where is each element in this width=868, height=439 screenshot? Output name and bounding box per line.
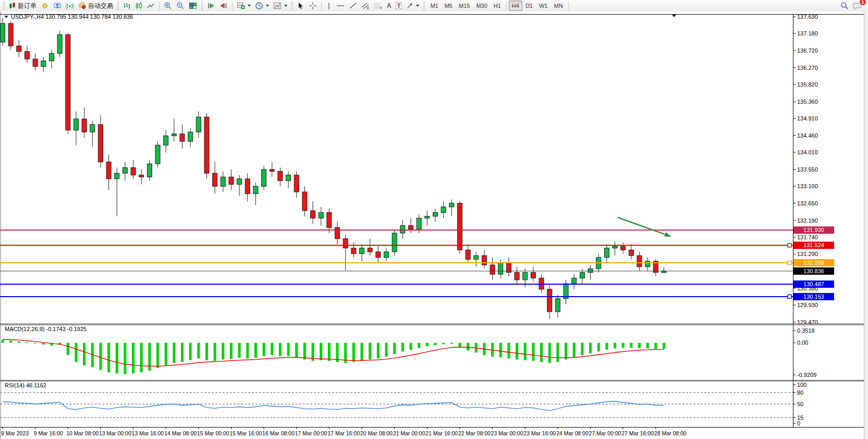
svg-text:130.836: 130.836 bbox=[803, 268, 824, 274]
crosshair-tool-button[interactable] bbox=[307, 0, 319, 11]
svg-text:16 Mar 08:00: 16 Mar 08:00 bbox=[262, 430, 295, 436]
svg-text:0.00: 0.00 bbox=[797, 339, 808, 346]
svg-text:17 Mar 16:00: 17 Mar 16:00 bbox=[327, 430, 360, 436]
signals-button[interactable] bbox=[64, 0, 76, 11]
toolbar-grip[interactable] bbox=[201, 2, 203, 10]
fibonacci-icon: F bbox=[374, 2, 383, 10]
svg-text:131.058: 131.058 bbox=[803, 260, 824, 266]
timeframe-m15[interactable]: M15 bbox=[456, 1, 473, 11]
label-tool-button[interactable]: T bbox=[394, 0, 405, 11]
horizontal-line-tool-button[interactable] bbox=[334, 0, 347, 11]
chart-menu-icon[interactable] bbox=[672, 15, 676, 17]
auto-trading-label: 自动交易 bbox=[88, 2, 113, 10]
zoom-out-button[interactable] bbox=[174, 0, 187, 11]
zoom-in-button[interactable] bbox=[162, 0, 174, 11]
chart-shift-button[interactable] bbox=[217, 0, 230, 11]
market-depth-button[interactable] bbox=[39, 0, 51, 11]
fibonacci-tool-button[interactable]: F bbox=[372, 0, 385, 11]
auto-scroll-button[interactable] bbox=[205, 0, 217, 11]
timeframe-h4[interactable]: H4 bbox=[509, 1, 522, 11]
tile-windows-button[interactable] bbox=[187, 0, 199, 11]
trendline-tool-button[interactable] bbox=[347, 0, 359, 11]
chart-candles-icon bbox=[135, 2, 143, 10]
chart-line-button[interactable] bbox=[145, 0, 157, 11]
equidistant-channel-tool-button[interactable]: E bbox=[359, 0, 372, 11]
search-icon bbox=[840, 2, 849, 10]
new-order-button[interactable]: 新订单 bbox=[7, 0, 39, 11]
periods-clock-icon bbox=[255, 2, 263, 10]
svg-text:137.630: 137.630 bbox=[797, 14, 818, 20]
search-button[interactable] bbox=[838, 0, 851, 11]
svg-text:130.487: 130.487 bbox=[803, 281, 824, 287]
svg-text:129.470: 129.470 bbox=[797, 319, 818, 325]
svg-text:132.650: 132.650 bbox=[797, 200, 818, 206]
svg-text:130.153: 130.153 bbox=[803, 294, 824, 300]
svg-text:131.290: 131.290 bbox=[797, 251, 818, 257]
toolbar-grip[interactable] bbox=[117, 2, 119, 10]
line-handle bbox=[788, 295, 791, 298]
notifications-button[interactable]: 1 bbox=[851, 0, 864, 11]
svg-text:23 Mar 16:00: 23 Mar 16:00 bbox=[523, 430, 556, 436]
svg-text:27 Mar 16:00: 27 Mar 16:00 bbox=[621, 430, 654, 436]
svg-text:80: 80 bbox=[797, 389, 803, 396]
svg-text:28 Mar 08:00: 28 Mar 08:00 bbox=[654, 430, 687, 436]
text-tool-button[interactable]: A bbox=[385, 0, 394, 11]
cursor-tool-button[interactable] bbox=[295, 0, 307, 11]
timeframe-m30[interactable]: M30 bbox=[473, 1, 490, 11]
community-button[interactable] bbox=[51, 0, 64, 11]
vertical-line-tool-button[interactable] bbox=[324, 0, 334, 11]
svg-text:133.100: 133.100 bbox=[797, 183, 818, 189]
templates-button[interactable] bbox=[271, 0, 289, 11]
svg-text:27 Mar 00:00: 27 Mar 00:00 bbox=[589, 430, 621, 436]
svg-text:134.460: 134.460 bbox=[797, 132, 818, 139]
chart-line-icon bbox=[147, 2, 155, 10]
dropdown-caret-icon bbox=[248, 5, 251, 7]
timeframe-d1[interactable]: D1 bbox=[522, 1, 536, 11]
chart-shift-icon bbox=[219, 2, 228, 10]
timeframe-m1[interactable]: M1 bbox=[427, 1, 441, 11]
svg-text:136.270: 136.270 bbox=[797, 65, 818, 71]
periods-button[interactable] bbox=[253, 0, 271, 11]
line-handle bbox=[788, 243, 791, 247]
svg-text:131.524: 131.524 bbox=[803, 242, 824, 248]
svg-text:13 Mar 16:00: 13 Mar 16:00 bbox=[132, 430, 164, 436]
chart-bars-icon bbox=[123, 2, 131, 10]
market-depth-icon bbox=[41, 2, 49, 10]
chart-canvas[interactable]: 137.630137.180136.720136.270135.820135.3… bbox=[0, 11, 868, 439]
dropdown-caret-icon bbox=[266, 5, 269, 7]
chart-candles-button[interactable] bbox=[133, 0, 145, 11]
timeframe-mn[interactable]: MN bbox=[551, 1, 566, 11]
svg-text:136.720: 136.720 bbox=[797, 47, 818, 54]
templates-icon bbox=[273, 2, 282, 10]
horizontal-line-icon bbox=[336, 2, 345, 9]
timeframe-h1[interactable]: H1 bbox=[491, 1, 504, 11]
chart-collapse-icon[interactable] bbox=[4, 16, 8, 18]
indicators-icon bbox=[237, 2, 245, 10]
toolbar-grip[interactable] bbox=[3, 2, 5, 10]
notification-badge: 1 bbox=[859, 0, 866, 6]
svg-text:15 Mar 00:00: 15 Mar 00:00 bbox=[197, 430, 229, 436]
label-tool-glyph: T bbox=[396, 2, 402, 9]
toolbar-separator bbox=[159, 2, 160, 10]
svg-text:22 Mar 08:00: 22 Mar 08:00 bbox=[458, 430, 491, 436]
chart-bars-button[interactable] bbox=[121, 0, 133, 11]
toolbar-grip[interactable] bbox=[423, 2, 425, 10]
svg-text:132.190: 132.190 bbox=[797, 217, 818, 224]
toolbar-separator bbox=[232, 2, 233, 10]
auto-trading-button[interactable]: 自动交易 bbox=[76, 0, 115, 11]
svg-text:E: E bbox=[367, 6, 370, 10]
chart-title-row: USDJPY-,H4 130.795 130.944 130.784 130.8… bbox=[4, 14, 133, 20]
svg-text:131.740: 131.740 bbox=[797, 234, 818, 240]
chart-title: USDJPY-,H4 130.795 130.944 130.784 130.8… bbox=[11, 14, 133, 20]
svg-text:21 Mar 16:00: 21 Mar 16:00 bbox=[425, 430, 458, 436]
toolbar-separator bbox=[568, 2, 569, 10]
timeframe-w1[interactable]: W1 bbox=[536, 1, 551, 11]
svg-text:134.010: 134.010 bbox=[797, 149, 818, 155]
new-order-icon bbox=[9, 2, 16, 9]
indicators-button[interactable] bbox=[235, 0, 253, 11]
svg-text:100: 100 bbox=[797, 382, 806, 388]
toolbar-separator bbox=[321, 2, 322, 10]
arrows-tool-button[interactable] bbox=[404, 0, 421, 11]
timeframe-m5[interactable]: M5 bbox=[442, 1, 456, 11]
toolbar-grip[interactable] bbox=[291, 2, 293, 10]
